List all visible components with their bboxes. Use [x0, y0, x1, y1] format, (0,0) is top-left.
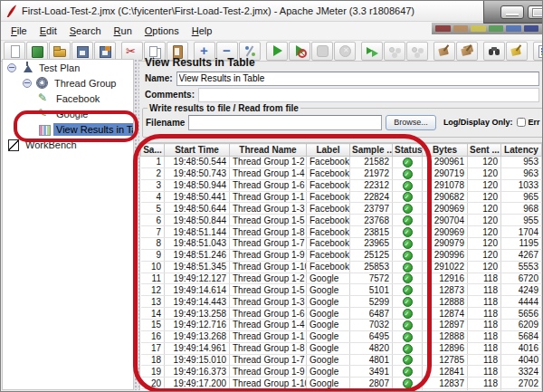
toolbar-clear-button[interactable]: [433, 42, 455, 61]
toolbar-cut-button[interactable]: [121, 42, 143, 61]
errors-checkbox[interactable]: [517, 118, 526, 127]
table-row[interactable]: 1419:49:13.258Thread Group 1-6Google6487…: [141, 308, 543, 320]
tree-item-workbench[interactable]: WorkBench: [3, 138, 133, 152]
toolbar-open-button[interactable]: [49, 42, 71, 61]
menu-run[interactable]: Run: [108, 24, 138, 38]
table-row[interactable]: 319:48:50.944Thread Group 1-6Facebook223…: [141, 179, 543, 191]
save-as-icon: [98, 44, 112, 58]
toolbar-function-helper-button[interactable]: [533, 42, 542, 61]
table-row[interactable]: 119:48:50.544Thread Group 1-2Facebook215…: [141, 157, 543, 168]
maximize-button[interactable]: [528, 5, 543, 19]
tree-item-google[interactable]: Google: [3, 107, 133, 121]
minimize-button[interactable]: [500, 5, 524, 19]
status-success-icon: [403, 169, 413, 179]
status-cell: [393, 191, 423, 203]
toolbar-clear-all-button[interactable]: [456, 42, 478, 61]
tree-item-label: Google: [53, 108, 90, 120]
toolbar-save-as-button[interactable]: [94, 42, 116, 61]
column-header-label[interactable]: Label: [307, 144, 350, 157]
table-row[interactable]: 1219:49:14.614Thread Group 1-5Google5101…: [141, 284, 543, 296]
menu-edit[interactable]: Edit: [33, 24, 63, 38]
menu-help[interactable]: Help: [186, 24, 219, 38]
comments-input[interactable]: [198, 88, 539, 102]
toolbar-templates-button[interactable]: [26, 42, 48, 61]
toolbar-start-no-timers-button[interactable]: [289, 42, 310, 61]
menu-file[interactable]: File: [5, 24, 33, 38]
tree-expander-icon[interactable]: [7, 63, 16, 72]
table-row[interactable]: 1119:49:12.127Thread Group 1-2Google7572…: [141, 272, 543, 284]
http-request-icon: [38, 92, 51, 105]
name-label: Name:: [145, 73, 173, 83]
table-row[interactable]: 1919:49:16.373Thread Group 1-9Google3491…: [141, 366, 543, 378]
name-input[interactable]: [176, 72, 539, 86]
menu-options[interactable]: Options: [138, 24, 186, 38]
color-swatch: [524, 25, 539, 32]
column-header-latency[interactable]: Latency: [501, 144, 542, 157]
tree-item-label: Test Plan: [36, 62, 82, 74]
toolbar-search-button[interactable]: [483, 42, 505, 61]
column-header-thread-name[interactable]: Thread Name: [230, 144, 307, 157]
status-success-icon: [403, 367, 413, 377]
tree-item-view-results-in-table[interactable]: View Results in Table: [3, 122, 133, 137]
table-header-row: Sa...Start TimeThread NameLabelSample ..…: [141, 144, 543, 157]
table-row[interactable]: 619:48:50.844Thread Group 1-5Facebook237…: [141, 215, 543, 226]
status-success-icon: [403, 297, 413, 307]
tree-item-label: View Results in Table: [53, 123, 134, 136]
page-title: View Results in Table: [145, 56, 255, 69]
column-header-sa-[interactable]: Sa...: [141, 144, 165, 157]
new-icon: [7, 44, 22, 58]
tree-expander-icon[interactable]: [23, 79, 32, 88]
tree-item-thread-group[interactable]: Thread Group: [3, 76, 133, 91]
table-row[interactable]: 1019:48:51.345Thread Group 1-10Facebook2…: [141, 261, 543, 272]
status-cell: [393, 296, 423, 308]
remote-stop-icon: [410, 44, 424, 58]
table-row[interactable]: 1719:49:14.961Thread Group 1-8Google4820…: [141, 342, 543, 354]
table-row[interactable]: 2019:49:17.200Thread Group 1-10Google280…: [141, 378, 543, 389]
test-plan-tree: Test PlanThread GroupFacebookGoogleView …: [2, 59, 134, 390]
column-header-bytes[interactable]: Bytes: [423, 144, 468, 157]
table-row[interactable]: 519:48:50.644Thread Group 1-3Facebook237…: [141, 203, 543, 215]
stop-icon: [315, 44, 329, 58]
status-cell: [393, 354, 423, 366]
table-row[interactable]: 1619:49:13.268Thread Group 1-1Google6495…: [141, 330, 543, 342]
status-cell: [393, 342, 423, 354]
toolbar-remote-start-all-button: [384, 42, 405, 61]
cut-icon: [125, 44, 139, 58]
filename-input[interactable]: [188, 115, 382, 130]
tree-item-facebook[interactable]: Facebook: [3, 91, 133, 106]
status-cell: [393, 284, 423, 296]
write-results-group: Write results to file / Read from file F…: [142, 103, 543, 138]
tree-item-test-plan[interactable]: Test Plan: [3, 61, 133, 75]
table-row[interactable]: 719:48:51.144Thread Group 1-8Facebook238…: [141, 226, 543, 238]
toolbar-remote-start-button[interactable]: [361, 42, 383, 61]
search-reset-icon: [510, 44, 524, 58]
table-row[interactable]: 1319:49:14.443Thread Group 1-3Google5299…: [141, 296, 543, 308]
toolbar-start-button[interactable]: [266, 42, 288, 61]
toolbar-save-button[interactable]: [71, 42, 93, 61]
table-row[interactable]: 2119:49:19.701Thread Group 1-2Facebook20…: [141, 389, 543, 390]
status-cell: [393, 249, 423, 261]
status-success-icon: [403, 320, 413, 330]
toolbar-search-reset-button[interactable]: [506, 42, 528, 61]
column-header-sample-[interactable]: Sample ...: [350, 144, 393, 157]
table-row[interactable]: 819:48:51.043Thread Group 1-7Facebook239…: [141, 238, 543, 250]
column-header-status[interactable]: Status: [393, 144, 423, 157]
status-success-icon: [403, 355, 413, 365]
content-area: Test PlanThread GroupFacebookGoogleView …: [2, 59, 541, 390]
browse-button[interactable]: Browse...: [386, 115, 436, 130]
toolbar-new-button[interactable]: [4, 42, 25, 61]
column-header-sent-[interactable]: Sent ...: [468, 144, 501, 157]
menu-search[interactable]: Search: [63, 24, 108, 38]
column-header-start-time[interactable]: Start Time: [165, 144, 230, 157]
jmeter-window: First-Load-Test-2.jmx (C:\fyicenter\Firs…: [0, 0, 543, 392]
table-row[interactable]: 919:48:51.246Thread Group 1-9Facebook251…: [141, 249, 543, 261]
clear-icon: [437, 44, 452, 58]
table-row[interactable]: 219:48:50.743Thread Group 1-4Facebook219…: [141, 167, 543, 179]
log-display-only-label: Log/Display Only:: [443, 118, 513, 127]
table-row[interactable]: 1519:49:12.716Thread Group 1-4Google7032…: [141, 320, 543, 331]
comments-label: Comments:: [145, 90, 195, 100]
table-row[interactable]: 419:48:50.441Thread Group 1-1Facebook228…: [141, 191, 543, 203]
color-swatch: [489, 25, 504, 32]
table-row[interactable]: 1819:49:15.010Thread Group 1-7Google4801…: [141, 354, 543, 366]
open-icon: [52, 44, 67, 58]
